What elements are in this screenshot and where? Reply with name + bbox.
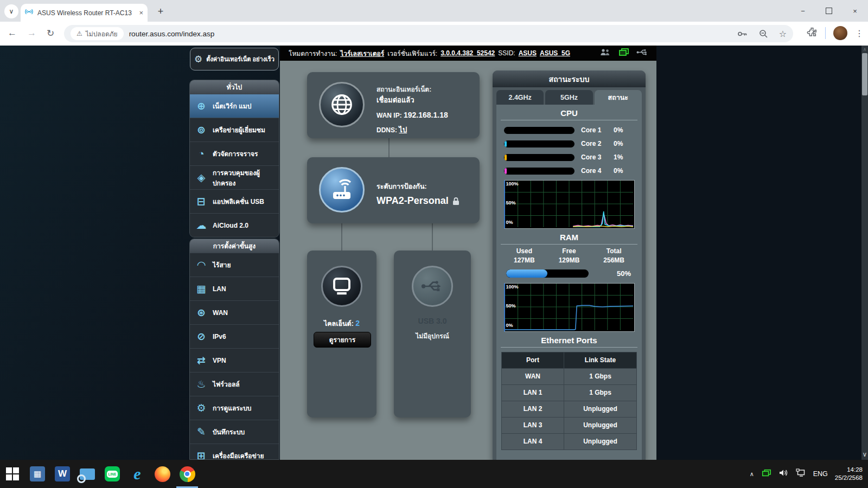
- ssid-24ghz-link[interactable]: ASUS: [519, 49, 537, 57]
- back-button[interactable]: ←: [8, 28, 17, 38]
- cpu-core-label: Core 3: [581, 153, 608, 161]
- operation-mode-label: โหมดการทำงาน:: [289, 48, 337, 59]
- operation-mode-link[interactable]: ไวร์เลสเราเตอร์: [340, 48, 384, 59]
- clients-label: ไคลเอ็นต์:: [324, 320, 354, 328]
- window-close-button[interactable]: ×: [842, 0, 868, 22]
- administration-icon: ⚙: [195, 402, 208, 414]
- url-text[interactable]: router.asus.com/index.asp: [129, 30, 726, 38]
- sidebar-item-parental-controls[interactable]: ◈การควบคุมของผู้ปกครอง: [190, 165, 279, 189]
- sidebar-item-vpn[interactable]: ⇄VPN: [190, 348, 279, 372]
- ethernet-cell: Unplugged: [564, 401, 637, 417]
- firmware-label: เวอร์ชั่นเฟิร์มแวร์:: [387, 48, 437, 59]
- browser-tab[interactable]: ASUS Wireless Router RT-AC13 ×: [21, 4, 148, 22]
- sidebar-item-lan[interactable]: ▦LAN: [190, 277, 279, 300]
- extensions-puzzle-icon[interactable]: [807, 27, 818, 40]
- sidebar-group: ทั่วไป⊕เน็ตเวิร์ก แมป⊚เครือข่ายผู้เยี่ยม…: [189, 80, 279, 237]
- firmware-version-link[interactable]: 3.0.0.4.382_52542: [441, 49, 495, 57]
- reload-button[interactable]: ↻: [47, 28, 54, 39]
- sidebar-item-ipv6[interactable]: ⊘IPv6: [190, 324, 279, 348]
- status-tabs: 2.4GHz5GHzสถานะ: [496, 90, 642, 105]
- cpu-core-bar: [504, 127, 575, 134]
- sidebar-item-administration[interactable]: ⚙การดูแลระบบ: [190, 396, 279, 420]
- sidebar-item-wireless[interactable]: ◠ไร้สาย: [190, 253, 279, 277]
- firefox-taskbar-button[interactable]: [150, 460, 175, 488]
- cpu-core-value: 0%: [614, 140, 623, 147]
- tab-close-icon[interactable]: ×: [139, 9, 143, 17]
- clients-people-icon[interactable]: [599, 48, 611, 58]
- internet-status-label: สถานะอินเทอร์เน็ต:: [376, 84, 448, 94]
- ssid-label: SSID:: [498, 49, 515, 57]
- status-tab-5ghz[interactable]: 5GHz: [545, 90, 592, 105]
- sidebar-item-wan[interactable]: ⊛WAN: [190, 300, 279, 324]
- chrome-taskbar-button[interactable]: [175, 460, 200, 488]
- clients-count: 2: [355, 319, 360, 328]
- ram-stat-free: Free129MB: [547, 247, 592, 265]
- volume-icon[interactable]: [778, 468, 789, 479]
- site-security-chip[interactable]: ⚠ ไม่ปลอดภัย: [71, 27, 124, 40]
- browser-menu-icon[interactable]: ⋮: [855, 28, 864, 38]
- sidebar-item-network-tools[interactable]: ⊞เครื่องมือเครือข่าย: [190, 444, 279, 460]
- network-connection-icon[interactable]: [796, 468, 806, 479]
- status-tab-2.4ghz[interactable]: 2.4GHz: [496, 90, 544, 105]
- password-key-icon[interactable]: [737, 30, 748, 37]
- start-taskbar-button[interactable]: [0, 460, 25, 488]
- language-indicator[interactable]: ENG: [813, 470, 828, 478]
- connector-line: [432, 223, 433, 251]
- profile-avatar[interactable]: [833, 26, 847, 40]
- sidebar-item-usb-application[interactable]: ⊟แอปพลิเคชั่น USB: [190, 189, 279, 213]
- clock[interactable]: 14:28 25/2/2568: [835, 466, 863, 482]
- scrollbar-down-icon[interactable]: ∨: [861, 451, 868, 458]
- tab-search-button[interactable]: ∨: [4, 4, 18, 18]
- sidebar-item-firewall[interactable]: ♨ไฟร์วอลล์: [190, 372, 279, 396]
- ram-usage-bar: [506, 269, 589, 278]
- word-taskbar-button[interactable]: W: [50, 460, 75, 488]
- sidebar-item-traffic-manager[interactable]: ◔ตัวจัดการจราจร: [190, 142, 279, 165]
- sidebar-item-label: เน็ตเวิร์ก แมป: [213, 101, 251, 111]
- ram-stat-label: Free: [547, 247, 592, 256]
- wireless-icon: ◠: [195, 259, 208, 271]
- address-bar[interactable]: ⚠ ไม่ปลอดภัย router.asus.com/index.asp ☆: [64, 25, 793, 42]
- usb-icon[interactable]: [412, 266, 453, 307]
- ram-stat-value: 256MB: [591, 256, 636, 265]
- taskbar-apps: ▦WLINEe: [0, 460, 200, 488]
- tray-expand-icon[interactable]: ∧: [750, 471, 754, 478]
- status-tab-สถานะ[interactable]: สถานะ: [595, 90, 642, 105]
- aicloud-icon: ☁: [195, 219, 208, 232]
- ddns-go-link[interactable]: ไป: [399, 126, 407, 134]
- ram-stats: Used127MBFree129MBTotal256MB: [502, 247, 636, 265]
- clients-monitor-icon[interactable]: [321, 266, 362, 307]
- ethernet-cell: Unplugged: [564, 433, 637, 450]
- ethernet-cell: LAN 4: [502, 433, 564, 450]
- new-tab-button[interactable]: +: [154, 5, 167, 18]
- ssid-5ghz-link[interactable]: ASUS_5G: [540, 49, 570, 57]
- ethernet-row: LAN 2Unplugged: [502, 401, 637, 417]
- wired-devices-icon[interactable]: [618, 48, 629, 59]
- sidebar-item-aicloud[interactable]: ☁AiCloud 2.0: [190, 213, 279, 237]
- sidebar-item-system-log[interactable]: ✎บันทึกระบบ: [190, 420, 279, 444]
- router-icon[interactable]: [319, 167, 365, 213]
- quick-internet-setup-button[interactable]: ⚙ ตั้งค่าอินเทอร์เน็ต อย่างเร็ว: [190, 48, 279, 70]
- scrollbar-up-icon[interactable]: ∧: [861, 47, 868, 52]
- line-taskbar-button[interactable]: LINE: [100, 460, 125, 488]
- forward-button[interactable]: →: [27, 28, 36, 38]
- scrollbar-thumb[interactable]: [862, 53, 867, 95]
- page-scrollbar[interactable]: ∧ ∨: [861, 46, 868, 460]
- sidebar-item-guest-network[interactable]: ⊚เครือข่ายผู้เยี่ยมชม: [190, 118, 279, 142]
- graph-y-label: 0%: [506, 323, 513, 328]
- view-list-button[interactable]: ดูรายการ: [314, 332, 371, 348]
- internet-globe-icon[interactable]: [319, 82, 365, 127]
- cpu-core-row: Core 10%: [504, 126, 642, 134]
- ipv6-icon: ⊘: [195, 330, 208, 343]
- bookmark-star-icon[interactable]: ☆: [779, 29, 787, 39]
- internet-explorer-taskbar-button[interactable]: e: [125, 460, 150, 488]
- snipping-tool-taskbar-button[interactable]: [75, 460, 100, 488]
- usb-device-icon[interactable]: [636, 49, 649, 57]
- network-activity-icon[interactable]: [761, 468, 771, 480]
- window-maximize-button[interactable]: [816, 0, 842, 22]
- calculator-taskbar-button[interactable]: ▦: [25, 460, 50, 488]
- zoom-out-icon[interactable]: [759, 29, 768, 38]
- window-minimize-button[interactable]: −: [790, 0, 816, 22]
- browser-tab-strip: ∨ ASUS Wireless Router RT-AC13 × + − ×: [0, 0, 868, 22]
- ethernet-cell: LAN 2: [502, 401, 564, 417]
- sidebar-item-network-map[interactable]: ⊕เน็ตเวิร์ก แมป: [190, 94, 279, 118]
